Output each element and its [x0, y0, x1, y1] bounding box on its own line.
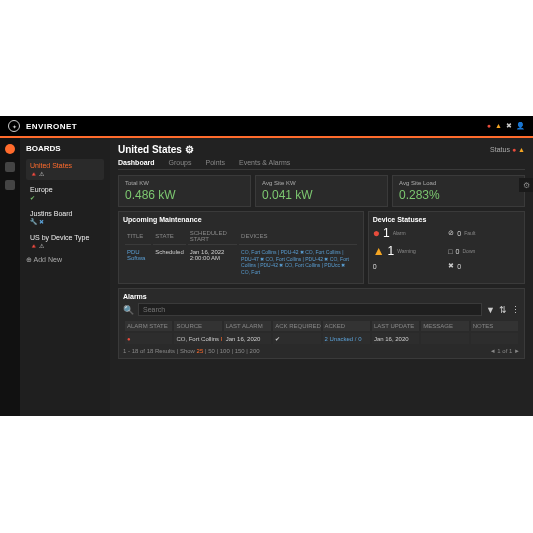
cell-source: CO, Fort Collins PDU-41A — [174, 333, 221, 344]
tab-points[interactable]: Points — [206, 159, 225, 166]
board-name: United States — [30, 162, 100, 169]
col-last-alarm[interactable]: LAST ALARM — [224, 321, 271, 331]
board-name: Justins Board — [30, 210, 100, 217]
tool-icon[interactable]: ✖ — [506, 122, 512, 130]
device-statuses-panel: Device Statuses ● 1 Alarm ⊘ 0 Fault — [368, 211, 525, 284]
board-status-icons: ✔ — [30, 194, 100, 201]
page-title: United States ⚙ — [118, 144, 194, 155]
tabs: Dashboard Groups Points Events & Alarms — [118, 159, 525, 170]
left-rail — [0, 138, 20, 416]
alert-icon[interactable]: ● — [487, 122, 491, 130]
alarms-table: ALARM STATE SOURCE LAST ALARM ACK REQUIR… — [123, 319, 520, 346]
table-row[interactable]: ● CO, Fort Collins PDU-41A Jan 16, 2020 … — [125, 333, 518, 344]
tab-groups[interactable]: Groups — [169, 159, 192, 166]
status-warning: ▲ 1 Warning — [373, 244, 445, 258]
board-item-us[interactable]: United States 🔺 ⚠ — [26, 159, 104, 180]
status-count: 1 — [383, 226, 390, 240]
alarms-panel: Alarms 🔍 ▼ ⇅ ⋮ ALARM STATE SOURCE LAST A… — [118, 288, 525, 359]
user-icon[interactable]: 👤 — [516, 122, 525, 130]
board-name: US by Device Type — [30, 234, 100, 241]
status-label: Fault — [464, 230, 475, 236]
maintenance-table: TITLE STATE SCHEDULED START DEVICES PDU … — [123, 226, 359, 279]
board-status-icons: 🔺 ⚠ — [30, 170, 100, 177]
table-header-row: ALARM STATE SOURCE LAST ALARM ACK REQUIR… — [125, 321, 518, 331]
logo-icon: ✦ — [8, 120, 20, 132]
warning-icon: ▲ — [373, 244, 385, 258]
status-other1: 0 — [373, 262, 445, 270]
rail-icon-3[interactable] — [5, 180, 15, 190]
tab-events[interactable]: Events & Alarms — [239, 159, 290, 166]
settings-gear-icon[interactable]: ⚙ — [519, 178, 533, 192]
down-icon: □ — [448, 248, 452, 255]
sort-icon[interactable]: ⇅ — [499, 305, 507, 315]
metric-value: 0.486 kW — [125, 188, 244, 202]
metric-avg-kw: Avg Site KW 0.041 kW — [255, 175, 388, 207]
status-count: 0 — [373, 263, 377, 270]
search-icon: 🔍 — [123, 305, 134, 315]
content-header: United States ⚙ Status ● ▲ — [118, 144, 525, 155]
board-status-icons: 🔺 ⚠ — [30, 242, 100, 249]
row-panels: Upcoming Maintenance TITLE STATE SCHEDUL… — [118, 211, 525, 284]
board-item-europe[interactable]: Europe ✔ — [26, 183, 104, 204]
panel-title: Alarms — [123, 293, 520, 300]
source-text: CO, Fort Collins — [176, 336, 219, 342]
col-state[interactable]: STATE — [153, 228, 185, 245]
page-of: of 1 — [501, 348, 513, 354]
cell-last-update: Jan 16, 2020 — [372, 333, 419, 344]
col-acked[interactable]: ACKED — [323, 321, 370, 331]
cell-notes — [471, 333, 518, 344]
metric-value: 0.283% — [399, 188, 518, 202]
search-input[interactable] — [138, 303, 482, 316]
warning-icon[interactable]: ▲ — [495, 122, 502, 130]
brand-title: ENVIRONET — [26, 122, 77, 131]
status-count: 0 — [456, 248, 460, 255]
col-alarm-state[interactable]: ALARM STATE — [125, 321, 172, 331]
more-icon[interactable]: ⋮ — [511, 305, 520, 315]
topbar-right: ● ▲ ✖ 👤 — [487, 122, 525, 130]
rail-icon-2[interactable] — [5, 162, 15, 172]
status-label: Status ● ▲ — [490, 146, 525, 153]
col-source[interactable]: SOURCE — [174, 321, 221, 331]
status-label: Down — [462, 248, 475, 254]
board-item-us-device[interactable]: US by Device Type 🔺 ⚠ — [26, 231, 104, 252]
board-status-icons: 🔧 ✖ — [30, 218, 100, 225]
col-start[interactable]: SCHEDULED START — [188, 228, 237, 245]
col-title[interactable]: TITLE — [125, 228, 151, 245]
col-message[interactable]: MESSAGE — [421, 321, 468, 331]
show-rest[interactable]: | 50 | 100 | 150 | 200 — [203, 348, 259, 354]
panel-title: Upcoming Maintenance — [123, 216, 359, 223]
board-name: Europe — [30, 186, 100, 193]
content: ⚙ United States ⚙ Status ● ▲ Dashboard G… — [110, 138, 533, 416]
metric-value: 0.041 kW — [262, 188, 381, 202]
results-prefix: 1 - 18 of 18 Results | Show — [123, 348, 197, 354]
topbar: ✦ ENVIRONET ● ▲ ✖ 👤 — [0, 116, 533, 138]
cell-title: PDU Softwa — [125, 247, 151, 277]
metric-label: Avg Site KW — [262, 180, 381, 186]
col-notes[interactable]: NOTES — [471, 321, 518, 331]
tab-dashboard[interactable]: Dashboard — [118, 159, 155, 166]
cell-start: Jan 16, 2022 2:00:00 AM — [188, 247, 237, 277]
status-count: 0 — [457, 230, 461, 237]
board-item-justins[interactable]: Justins Board 🔧 ✖ — [26, 207, 104, 228]
metric-avg-load: Avg Site Load 0.283% — [392, 175, 525, 207]
cell-last-alarm: Jan 16, 2020 — [224, 333, 271, 344]
alarm-icon: ● — [373, 226, 380, 240]
col-devices[interactable]: DEVICES — [239, 228, 357, 245]
cell-acked[interactable]: 2 Unacked / 0 — [323, 333, 370, 344]
status-alarm: ● 1 Alarm — [373, 226, 445, 240]
col-ack-req[interactable]: ACK REQUIRED — [273, 321, 320, 331]
status-label: Warning — [397, 248, 415, 254]
sidebar-title: BOARDS — [26, 144, 104, 153]
add-new-label: Add New — [34, 256, 62, 263]
filter-icon[interactable]: ▼ — [486, 305, 495, 315]
add-new-button[interactable]: ⊕ Add New — [26, 256, 104, 264]
page-title-text: United States — [118, 144, 182, 155]
source-link[interactable]: PDU-41A — [221, 336, 222, 342]
panel-title: Device Statuses — [373, 216, 520, 223]
table-row[interactable]: PDU Softwa Scheduled Jan 16, 2022 2:00:0… — [125, 247, 357, 277]
col-last-update[interactable]: LAST UPDATE — [372, 321, 419, 331]
rail-boards-icon[interactable] — [5, 144, 15, 154]
metric-total-kw: Total KW 0.486 kW — [118, 175, 251, 207]
status-text: Status — [490, 146, 510, 153]
cell-ack-req: ✔ — [273, 333, 320, 344]
